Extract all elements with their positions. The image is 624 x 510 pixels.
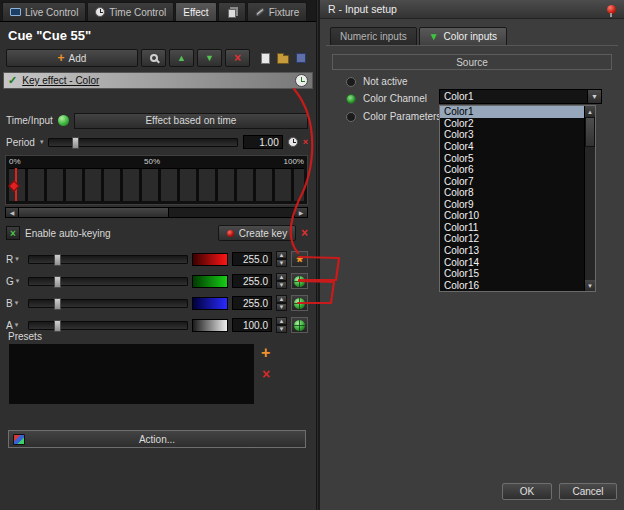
cancel-button[interactable]: Cancel <box>559 483 617 500</box>
dropdown-item-color10[interactable]: Color10 <box>440 210 584 222</box>
channel-b-slider[interactable] <box>28 299 188 308</box>
action-button[interactable]: Action... <box>8 430 306 448</box>
radio-not-active[interactable] <box>346 77 356 87</box>
channel-a-slider[interactable] <box>28 321 188 330</box>
channel-caret-icon[interactable]: ▾ <box>15 299 19 307</box>
dropdown-item-color4[interactable]: Color4 <box>440 141 584 153</box>
slider-handle[interactable] <box>54 254 61 266</box>
channel-caret-icon[interactable]: ▾ <box>15 321 19 329</box>
dropdown-item-color1[interactable]: Color1 <box>440 106 584 118</box>
presets-list[interactable] <box>8 343 255 405</box>
create-key-button[interactable]: Create key <box>218 225 296 241</box>
tab-fixture[interactable]: Fixture <box>247 2 308 21</box>
tab-effect[interactable]: Effect <box>175 2 216 21</box>
ok-button[interactable]: OK <box>502 483 552 500</box>
combo-dropdown-icon[interactable]: ▼ <box>587 90 601 103</box>
color-channel-combo[interactable]: Color1 ▼ <box>439 89 602 104</box>
tab-numeric-inputs[interactable]: Numeric inputs <box>330 27 417 46</box>
period-clock-icon[interactable] <box>288 137 298 147</box>
tab-copy[interactable] <box>218 2 246 21</box>
scrollbar-thumb[interactable] <box>19 208 169 217</box>
period-slider-handle[interactable] <box>72 137 79 149</box>
dropdown-item-color8[interactable]: Color8 <box>440 187 584 199</box>
channel-g-slider[interactable] <box>28 277 188 286</box>
period-slider[interactable] <box>48 138 237 147</box>
slider-handle[interactable] <box>54 276 61 288</box>
stepper-down[interactable]: ▼ <box>276 325 287 333</box>
dropdown-item-color9[interactable]: Color9 <box>440 199 584 211</box>
channel-r-input-setup-button[interactable]: * <box>291 251 308 267</box>
channel-g-input-setup-button[interactable] <box>291 273 308 289</box>
dropdown-item-color2[interactable]: Color2 <box>440 118 584 130</box>
effect-based-on-time-button[interactable]: Effect based on time <box>74 113 308 129</box>
tab-live-control[interactable]: Live Control <box>2 2 86 21</box>
stepper-up[interactable]: ▲ <box>276 273 287 281</box>
dropdown-item-color11[interactable]: Color11 <box>440 222 584 234</box>
move-up-button[interactable]: ▲ <box>169 49 194 67</box>
open-folder-icon[interactable] <box>277 55 289 64</box>
delete-key-icon[interactable]: × <box>301 227 308 239</box>
radio-color-channel[interactable] <box>346 94 356 104</box>
stepper-down[interactable]: ▼ <box>276 259 287 267</box>
channel-r-value[interactable]: 255.0 <box>232 252 272 266</box>
stepper-up[interactable]: ▲ <box>276 251 287 259</box>
plus-icon: + <box>58 53 65 63</box>
channel-g-value[interactable]: 255.0 <box>232 274 272 288</box>
option-color-channel[interactable]: Color Channel <box>346 92 427 105</box>
channel-a-input-setup-button[interactable] <box>291 317 308 333</box>
timeline[interactable]: 0% 50% 100% <box>5 155 308 205</box>
move-down-button[interactable]: ▼ <box>197 49 222 67</box>
dropdown-item-color7[interactable]: Color7 <box>440 175 584 187</box>
channel-r-slider[interactable] <box>28 255 188 264</box>
dropdown-item-color3[interactable]: Color3 <box>440 129 584 141</box>
dropdown-item-color15[interactable]: Color15 <box>440 268 584 280</box>
radio-color-parameters[interactable] <box>346 112 356 122</box>
channel-label: A <box>6 320 13 331</box>
new-file-icon[interactable] <box>261 53 270 64</box>
channel-a-value[interactable]: 100.0 <box>232 318 272 332</box>
stepper-down[interactable]: ▼ <box>276 303 287 311</box>
save-icon[interactable] <box>296 53 306 63</box>
dropdown-item-color13[interactable]: Color13 <box>440 245 584 257</box>
dropdown-item-color5[interactable]: Color5 <box>440 152 584 164</box>
channel-caret-icon[interactable]: ▾ <box>15 255 19 263</box>
stepper-up[interactable]: ▲ <box>276 317 287 325</box>
key-effect-item[interactable]: ✓ Key effect - Color <box>3 72 313 89</box>
period-value[interactable]: 1.00 <box>243 135 283 149</box>
delete-preset-icon[interactable]: × <box>262 366 270 382</box>
tab-time-control[interactable]: Time Control <box>87 2 174 21</box>
channel-b-input-setup-button[interactable] <box>291 295 308 311</box>
dropdown-item-color6[interactable]: Color6 <box>440 164 584 176</box>
stepper-up[interactable]: ▲ <box>276 295 287 303</box>
add-button[interactable]: + Add <box>6 49 138 67</box>
option-not-active[interactable]: Not active <box>346 75 407 88</box>
slider-handle[interactable] <box>54 320 61 332</box>
channel-caret-icon[interactable]: ▾ <box>16 277 20 285</box>
period-clear-icon[interactable]: × <box>303 137 308 147</box>
dropdown-item-color12[interactable]: Color12 <box>440 233 584 245</box>
dropdown-scrollbar[interactable]: ▲ ▼ <box>584 106 595 291</box>
scroll-right-button[interactable]: ▶ <box>294 208 307 217</box>
dropdown-item-color16[interactable]: Color16 <box>440 279 584 291</box>
enable-autokey-checkbox[interactable]: × <box>6 226 20 240</box>
effect-clock-icon[interactable] <box>295 74 308 87</box>
period-caret-icon[interactable]: ▾ <box>40 138 44 146</box>
scroll-left-button[interactable]: ◀ <box>6 208 19 217</box>
scrollbar-thumb[interactable] <box>585 117 595 147</box>
dropdown-item-color14[interactable]: Color14 <box>440 256 584 268</box>
tab-color-inputs[interactable]: ▼ Color inputs <box>419 27 507 46</box>
slider-handle[interactable] <box>54 298 61 310</box>
copy-icon <box>228 9 236 18</box>
add-preset-icon[interactable]: + <box>261 344 270 362</box>
main-tabbar: Live Control Time Control Effect Fixture <box>0 0 316 22</box>
channel-b-stepper: ▲ ▼ <box>276 295 287 311</box>
search-button[interactable] <box>141 49 166 67</box>
stepper-down[interactable]: ▼ <box>276 281 287 289</box>
scroll-down-icon[interactable]: ▼ <box>585 280 595 291</box>
channel-b-value[interactable]: 255.0 <box>232 296 272 310</box>
pin-icon[interactable] <box>607 5 616 14</box>
timeline-scrollbar[interactable]: ◀ ▶ <box>5 207 308 218</box>
delete-effect-button[interactable]: × <box>225 49 250 67</box>
scroll-up-icon[interactable]: ▲ <box>585 106 595 117</box>
scrollbar-track[interactable] <box>585 117 595 280</box>
